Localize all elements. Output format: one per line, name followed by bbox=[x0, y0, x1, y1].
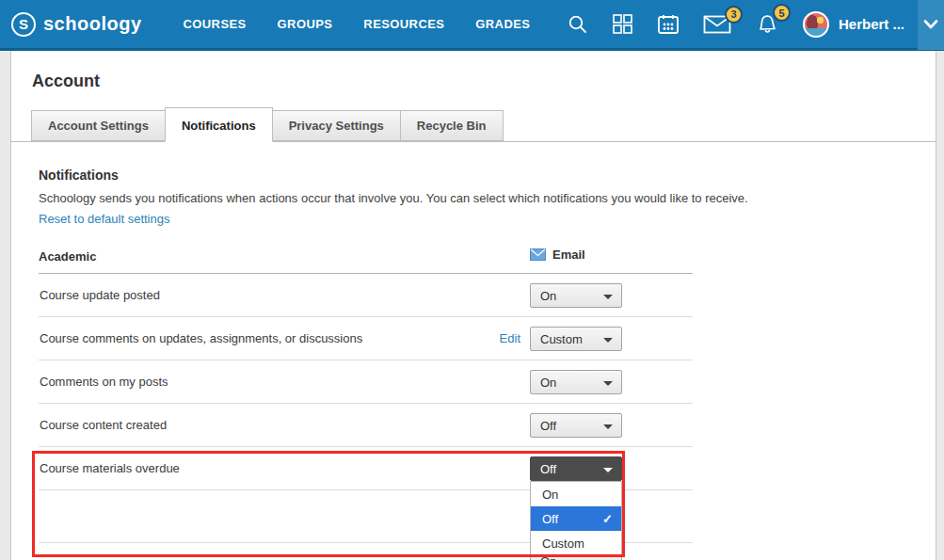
page-title: Account bbox=[11, 51, 936, 91]
schoology-logo-icon: S bbox=[11, 12, 36, 37]
schoology-logo[interactable]: S schoology bbox=[11, 12, 142, 37]
table-row: Course content created Off bbox=[39, 404, 693, 447]
row-label: Course update posted bbox=[39, 288, 160, 302]
content-panel: Account Account Settings Notifications P… bbox=[10, 51, 936, 560]
dropdown-arrow-icon bbox=[603, 338, 613, 343]
dropdown-value: On bbox=[540, 289, 556, 303]
dropdown-arrow-icon bbox=[603, 295, 613, 299]
navbar-right-cluster: 3 5 Herbert ... bbox=[568, 0, 944, 48]
course-materials-overdue-dropdown[interactable]: Off bbox=[530, 456, 622, 481]
reset-to-default-link[interactable]: Reset to default settings bbox=[39, 212, 169, 226]
row-label: Course comments on updates, assignments,… bbox=[39, 331, 362, 345]
table-row: Comments on my posts On bbox=[39, 360, 693, 404]
dropdown-options-menu: On Off ✓ Custom bbox=[530, 481, 622, 556]
dropdown-option-custom[interactable]: Custom bbox=[531, 531, 621, 555]
messages-badge: 3 bbox=[725, 6, 743, 24]
row-label: Course materials overdue bbox=[39, 461, 180, 475]
tab-privacy-settings[interactable]: Privacy Settings bbox=[272, 110, 401, 141]
check-icon: ✓ bbox=[602, 512, 613, 526]
calendar-icon[interactable] bbox=[657, 13, 680, 36]
comments-on-my-posts-dropdown[interactable]: On bbox=[530, 370, 622, 394]
dropdown-value: Off bbox=[540, 462, 556, 476]
dropdown-arrow-icon bbox=[603, 468, 613, 472]
dropdown-value: Custom bbox=[540, 332, 583, 346]
section-description: Schoology sends you notifications when a… bbox=[39, 191, 936, 205]
user-menu-chevron[interactable] bbox=[918, 0, 944, 50]
dropdown-option-on[interactable]: On bbox=[531, 482, 621, 506]
group-header-academic: Academic bbox=[39, 249, 96, 264]
table-row: Course comments on updates, assignments,… bbox=[39, 317, 693, 360]
messages-icon[interactable]: 3 bbox=[703, 14, 731, 35]
tab-recycle-bin[interactable]: Recycle Bin bbox=[400, 110, 504, 141]
table-row: Course materials overdue Off On Off ✓ Cu… bbox=[39, 447, 693, 490]
tab-account-settings[interactable]: Account Settings bbox=[31, 110, 166, 141]
dropdown-arrow-icon bbox=[603, 381, 613, 386]
tab-notifications[interactable]: Notifications bbox=[165, 107, 273, 142]
account-tabs: Account Settings Notifications Privacy S… bbox=[11, 107, 936, 142]
notifications-bell-icon[interactable]: 5 bbox=[755, 12, 779, 36]
logo-letter: S bbox=[19, 16, 28, 32]
email-column-header: Email bbox=[530, 248, 585, 262]
top-navbar: S schoology COURSES GROUPS RESOURCES GRA… bbox=[0, 0, 944, 51]
main-nav: COURSES GROUPS RESOURCES GRADES bbox=[184, 17, 531, 31]
edit-link[interactable]: Edit bbox=[455, 331, 520, 345]
row-label: Comments on my posts bbox=[39, 375, 168, 389]
nav-item-grades[interactable]: GRADES bbox=[475, 17, 530, 31]
dropdown-value: On bbox=[540, 376, 556, 390]
option-label: Off bbox=[542, 512, 558, 526]
email-envelope-icon bbox=[530, 248, 546, 261]
email-header-label: Email bbox=[552, 248, 585, 262]
user-name[interactable]: Herbert ... bbox=[839, 16, 904, 32]
course-comments-dropdown[interactable]: Custom bbox=[530, 327, 622, 351]
table-header-row: Academic Email bbox=[39, 249, 693, 274]
course-update-posted-dropdown[interactable]: On bbox=[530, 283, 622, 308]
row-label: Course content created bbox=[39, 418, 167, 432]
nav-item-groups[interactable]: GROUPS bbox=[278, 17, 333, 31]
annotated-region: Course materials overdue Off On Off ✓ Cu… bbox=[39, 447, 693, 543]
notifications-section: Notifications Schoology sends you notifi… bbox=[11, 142, 936, 227]
dropdown-value: Off bbox=[540, 419, 556, 433]
user-avatar[interactable] bbox=[803, 11, 829, 38]
dropdown-option-off[interactable]: Off ✓ bbox=[531, 506, 621, 531]
section-heading: Notifications bbox=[39, 168, 936, 183]
dropdown-arrow-icon bbox=[603, 424, 613, 429]
nav-item-courses[interactable]: COURSES bbox=[184, 17, 247, 31]
chevron-down-icon bbox=[923, 20, 938, 29]
nav-item-resources[interactable]: RESOURCES bbox=[363, 17, 444, 31]
apps-grid-icon[interactable] bbox=[612, 13, 633, 35]
notifications-badge: 5 bbox=[773, 4, 791, 22]
notifications-table: Academic Email Course update posted On C… bbox=[39, 249, 693, 560]
search-icon[interactable] bbox=[568, 14, 588, 35]
course-content-created-dropdown[interactable]: Off bbox=[530, 413, 622, 438]
table-row: Course update posted On bbox=[39, 274, 693, 317]
brand-name: schoology bbox=[43, 13, 142, 35]
